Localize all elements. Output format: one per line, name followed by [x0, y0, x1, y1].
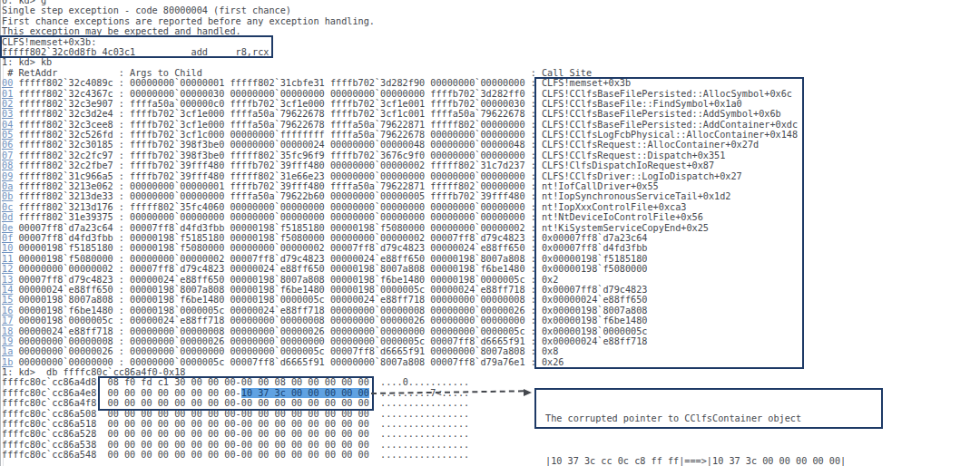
frame-number-link[interactable]: 19	[2, 336, 13, 346]
exception-line-2: First chance exceptions are reported bef…	[2, 16, 798, 26]
stack-frame-row: 0c fffff802`3213d176 : fffff802`35fc4060…	[2, 202, 798, 212]
stack-frame-row: 0d fffff802`31e39375 : 00000000`00000000…	[2, 212, 798, 222]
frame-number-link[interactable]: 04	[2, 120, 13, 130]
frame-text: 00000000`00000000 : 00000000`0000005c 00…	[13, 357, 564, 367]
memory-ascii: ................	[369, 429, 469, 439]
memory-address-and-bytes: ffffc80c`cc86a4f8 00 00 00 00 00 00 00 0…	[2, 398, 241, 408]
db-prompt: 1: kd> db ffffc80c`cc86a4f0-0x18	[2, 367, 798, 377]
frame-number-link[interactable]: 17	[2, 316, 13, 325]
window-left-edge	[0, 0, 1, 466]
frame-text: fffff802`3213e062 : 00000000`00000001 ff…	[13, 181, 658, 191]
frame-text: fffff802`32c526fd : ffffb702`3cf1c000 00…	[13, 130, 798, 140]
frame-number-link[interactable]: 0b	[2, 191, 13, 201]
memory-ascii: ................	[369, 450, 469, 460]
frame-number-link[interactable]: 0c	[2, 202, 13, 212]
frame-number-link[interactable]: 0e	[2, 223, 13, 233]
annotation-box: The corrupted pointer to CClfsContainer …	[534, 388, 883, 429]
frame-number-link[interactable]: 13	[2, 275, 13, 285]
frame-text: fffff802`3213d176 : fffff802`35fc4060 00…	[13, 202, 686, 212]
memory-ascii: ................	[369, 398, 469, 408]
frame-text: fffff802`31e39375 : 00000000`00000000 00…	[13, 212, 703, 222]
frame-number-link[interactable]: 00	[2, 78, 13, 88]
frame-text: 00000198`f5080000 : 00000000`00000002 00…	[13, 254, 647, 264]
frame-number-link[interactable]: 1a	[2, 346, 13, 356]
frame-number-link[interactable]: 18	[2, 326, 13, 336]
stack-frame-row: 00 fffff802`32c4089c : 00000000`00000001…	[2, 78, 798, 88]
frame-number-link[interactable]: 1b	[2, 357, 13, 367]
frame-text: 00000198`8007a808 : 00000198`f6be1480 00…	[13, 295, 647, 305]
stack-frame-row: 1a 00000000`00000026 : 00000000`00000000…	[2, 346, 798, 356]
frame-text: fffff802`32c30185 : ffffb702`398f3be0 00…	[13, 140, 759, 150]
frame-number-link[interactable]: 0f	[2, 233, 13, 243]
stack-frame-row: 03 fffff802`32c3d2e4 : ffffb702`3cf1e000…	[2, 109, 798, 119]
memory-ascii: ................	[369, 419, 469, 429]
stack-frame-row: 0f 00007ff8`d4fd3fbb : 00000198`f5185180…	[2, 233, 798, 243]
memory-bytes: 00 00 00 00 00 00 00 00	[241, 398, 369, 408]
frame-number-link[interactable]: 12	[2, 264, 13, 274]
frame-text: fffff802`31c966a5 : ffffb702`39fff480 ff…	[13, 171, 741, 181]
frame-number-link[interactable]: 05	[2, 130, 13, 140]
stack-frame-row: 08 fffff802`32c2fbe7 : ffffb702`39fff480…	[2, 160, 798, 170]
frame-number-link[interactable]: 10	[2, 243, 13, 253]
frame-number-link[interactable]: 02	[2, 99, 13, 109]
stack-frame-row: 01 fffff802`32c4367c : 00000000`00000030…	[2, 89, 798, 99]
highlighted-bytes[interactable]: 10 37 3c 00 00 00 00 00	[241, 388, 369, 398]
frame-text: fffff802`32c4089c : 00000000`00000001 ff…	[13, 78, 631, 88]
memory-address-and-bytes: ffffc80c`cc86a548 00 00 00 00 00 00 00 0…	[2, 450, 241, 460]
frame-text: 00007ff8`d4fd3fbb : 00000198`f5185180 00…	[13, 233, 647, 243]
stack-frame-row: 07 fffff802`32c2fc97 : ffffb702`398f3be0…	[2, 150, 798, 160]
stack-header: # RetAddr : Args to Child : Call Site	[2, 68, 798, 78]
stack-frame-row: 02 fffff802`32c3e907 : ffffa50a`000000c0…	[2, 99, 798, 109]
memory-address-and-bytes: ffffc80c`cc86a528 00 00 00 00 00 00 00 0…	[2, 429, 241, 439]
breakpoint-instruction: fffff802`32c0d8fb 4c03c1 add r8,rcx	[2, 47, 798, 57]
stack-frame-row: 13 00007ff8`d79c4823 : 00000024`e88ff650…	[2, 275, 798, 285]
frame-text: 00000000`00000002 : 00007ff8`d79c4823 00…	[13, 264, 647, 274]
frame-text: fffff802`32c3d2e4 : ffffb702`3cf1e000 ff…	[13, 109, 780, 119]
frame-number-link[interactable]: 14	[2, 285, 13, 295]
frame-number-link[interactable]: 16	[2, 306, 13, 316]
frame-number-link[interactable]: 0d	[2, 212, 13, 222]
stack-frames: 00 fffff802`32c4089c : 00000000`00000001…	[2, 78, 798, 367]
frame-number-link[interactable]: 01	[2, 89, 13, 99]
memory-ascii: ................	[369, 440, 469, 450]
stack-frame-row: 1b 00000000`00000000 : 00000000`0000005c…	[2, 357, 798, 367]
stack-frame-row: 15 00000198`8007a808 : 00000198`f6be1480…	[2, 295, 798, 305]
stack-frame-row: 19 00000000`00000008 : 00000000`00000026…	[2, 336, 798, 346]
memory-address-and-bytes: ffffc80c`cc86a518 00 00 00 00 00 00 00 0…	[2, 419, 241, 429]
frame-text: 00007ff8`d79c4823 : 00000024`e88ff650 00…	[13, 275, 558, 285]
stack-frame-row: 0b fffff802`3213de33 : 00000000`00000000…	[2, 191, 798, 201]
frame-text: fffff802`3213de33 : 00000000`00000000 ff…	[13, 191, 730, 201]
frame-number-link[interactable]: 06	[2, 140, 13, 150]
breakpoint-symbol: CLFS!memset+0x3b:	[2, 37, 798, 47]
stack-frame-row: 12 00000000`00000002 : 00007ff8`d79c4823…	[2, 264, 798, 274]
frame-text: 00000000`00000008 : 00000000`00000026 00…	[13, 336, 647, 346]
memory-address-and-bytes: ffffc80c`cc86a508 00 00 00 00 00 00 00 0…	[2, 409, 241, 419]
frame-text: fffff802`32c4367c : 00000000`00000030 00…	[13, 89, 792, 99]
stack-frame-row: 18 00000024`e88ff718 : 00000000`00000008…	[2, 326, 798, 336]
arrow-head-icon	[524, 389, 532, 396]
stack-frame-row: 0a fffff802`3213e062 : 00000000`00000001…	[2, 181, 798, 191]
frame-text: 00000024`e88ff650 : 00000198`8007a808 00…	[13, 285, 647, 295]
stack-frame-row: 09 fffff802`31c966a5 : ffffb702`39fff480…	[2, 171, 798, 181]
frame-text: 00000000`00000026 : 00000000`00000000 00…	[13, 346, 558, 356]
memory-ascii: ....0...........	[369, 377, 469, 387]
memory-address-and-bytes: ffffc80c`cc86a4d8 08 f0 fd c1 30 00 00 0…	[2, 377, 241, 387]
frame-number-link[interactable]: 08	[2, 160, 13, 170]
memory-address-and-bytes: ffffc80c`cc86a4e8 00 00 00 00 00 00 00 0…	[2, 388, 241, 398]
frame-number-link[interactable]: 03	[2, 109, 13, 119]
frame-number-link[interactable]: 11	[2, 254, 13, 264]
frame-text: fffff802`32c3e907 : ffffa50a`000000c0 ff…	[13, 99, 741, 109]
stack-frame-row: 11 00000198`f5080000 : 00000000`00000002…	[2, 254, 798, 264]
frame-text: 00000198`0000005c : 00000024`e88ff718 00…	[13, 316, 647, 325]
frame-number-link[interactable]: 15	[2, 295, 13, 305]
exception-line-1: Single step exception - code 80000004 (f…	[2, 5, 798, 15]
memory-bytes: 00 00 00 00 00 00 00 00	[241, 450, 369, 460]
stack-frame-row: 14 00000024`e88ff650 : 00000198`8007a808…	[2, 285, 798, 295]
memory-bytes: 00 00 00 00 00 00 00 00	[241, 409, 369, 419]
frame-number-link[interactable]: 09	[2, 171, 13, 181]
frame-number-link[interactable]: 07	[2, 150, 13, 160]
frame-number-link[interactable]: 0a	[2, 181, 13, 191]
stack-frame-row: 16 00000198`f6be1480 : 00000198`0000005c…	[2, 306, 798, 316]
frame-text: fffff802`32c2fbe7 : ffffb702`39fff480 ff…	[13, 160, 714, 170]
frame-text: fffff802`32c2fc97 : ffffb702`398f3be0 ff…	[13, 150, 725, 160]
